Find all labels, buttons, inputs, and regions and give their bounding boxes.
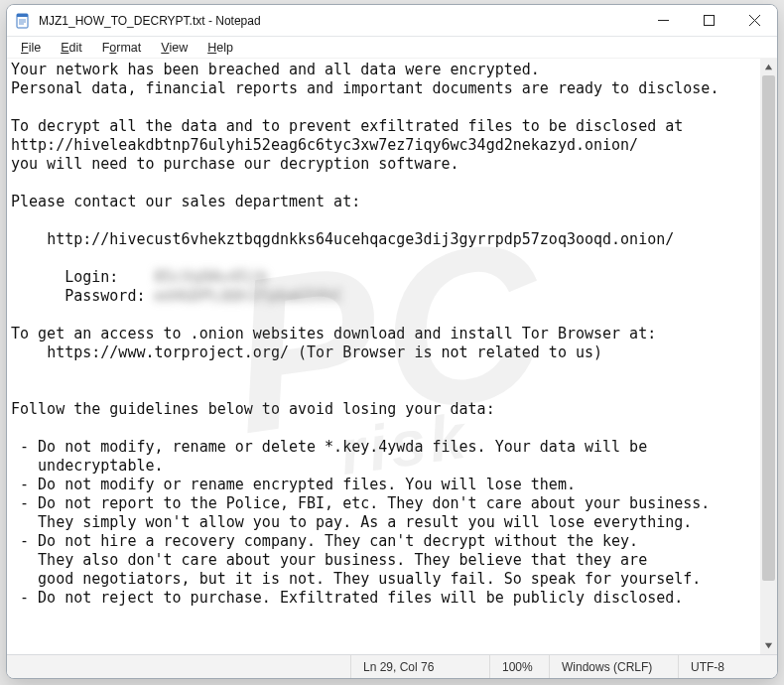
editor-area: PC risk Your network has been breached a… bbox=[7, 59, 777, 654]
svg-rect-5 bbox=[704, 16, 714, 26]
menubar: File Edit Format View Help bbox=[7, 37, 777, 59]
password-value-redacted: ed4GDPLQQh1FpbaG5XhC bbox=[155, 287, 344, 305]
status-lead bbox=[7, 655, 350, 678]
notepad-app-icon bbox=[15, 13, 31, 29]
status-eol: Windows (CRLF) bbox=[549, 655, 678, 678]
minimize-button[interactable] bbox=[640, 5, 686, 36]
status-encoding: UTF-8 bbox=[678, 655, 777, 678]
text-content[interactable]: Your network has been breached and all d… bbox=[7, 59, 760, 654]
close-button[interactable] bbox=[731, 5, 777, 36]
statusbar: Ln 29, Col 76 100% Windows (CRLF) UTF-8 bbox=[7, 654, 777, 678]
menu-format[interactable]: Format bbox=[92, 39, 152, 57]
maximize-button[interactable] bbox=[686, 5, 731, 36]
titlebar[interactable]: MJZ1_HOW_TO_DECRYPT.txt - Notepad bbox=[7, 5, 777, 37]
menu-file[interactable]: File bbox=[11, 39, 51, 57]
login-value-redacted: 85cVq9Av45jb bbox=[155, 268, 268, 286]
notepad-window: MJZ1_HOW_TO_DECRYPT.txt - Notepad File E… bbox=[6, 4, 778, 679]
vertical-scrollbar[interactable] bbox=[760, 59, 777, 654]
menu-help[interactable]: Help bbox=[197, 39, 243, 57]
status-zoom: 100% bbox=[489, 655, 549, 678]
scroll-down-button[interactable] bbox=[760, 637, 777, 654]
svg-rect-1 bbox=[17, 14, 28, 17]
scroll-up-button[interactable] bbox=[760, 59, 777, 75]
scrollbar-thumb[interactable] bbox=[762, 75, 775, 581]
menu-view[interactable]: View bbox=[151, 39, 197, 57]
menu-edit[interactable]: Edit bbox=[51, 39, 92, 57]
window-title: MJZ1_HOW_TO_DECRYPT.txt - Notepad bbox=[39, 14, 261, 28]
scrollbar-track[interactable] bbox=[760, 75, 777, 637]
status-position: Ln 29, Col 76 bbox=[350, 655, 489, 678]
